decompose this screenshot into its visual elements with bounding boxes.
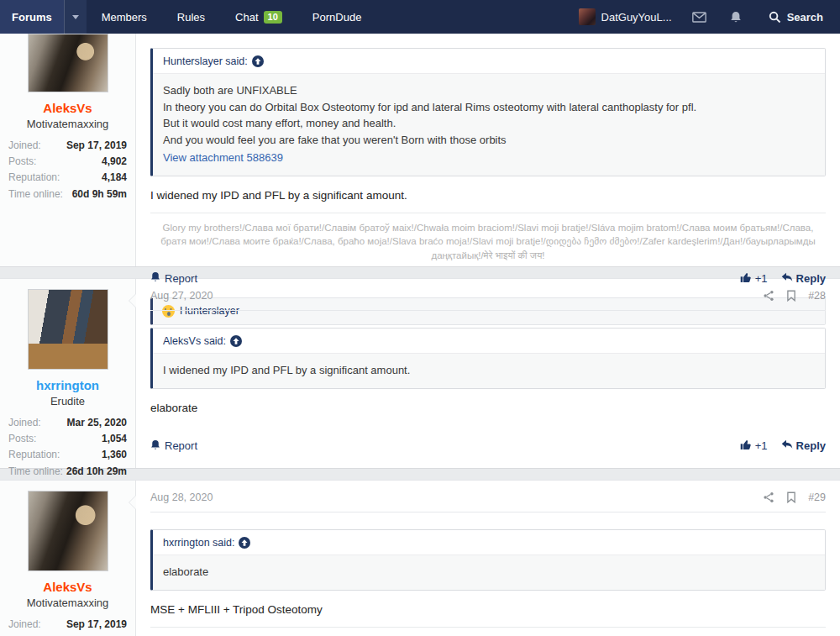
- post-meta-row: Aug 28, 2020 #29: [150, 488, 826, 512]
- post-meta-actions: #28: [763, 290, 826, 302]
- main-nav: Forums Members Rules Chat 10 PornDude: [0, 0, 376, 34]
- post-meta-actions: #29: [763, 491, 826, 503]
- username-link[interactable]: AleksVs: [8, 101, 127, 115]
- nav-tab-forums[interactable]: Forums: [0, 0, 64, 34]
- stat-value: 4,902: [102, 633, 127, 636]
- stat-value: 4,184: [102, 170, 127, 186]
- chevron-down-icon: [72, 15, 79, 19]
- quoted-message: Hunterslayer said: Sadly both are UNFIXA…: [150, 48, 826, 176]
- post-date-link[interactable]: Aug 28, 2020: [150, 491, 213, 503]
- user-signature: Glory my brothers!/Слава мої брати!/Слав…: [150, 213, 826, 263]
- post-footer: Report +1 Reply: [150, 430, 826, 460]
- go-to-post-icon: [239, 537, 250, 549]
- quote-body: Sadly both are UNFIXABLE In theory you c…: [153, 73, 825, 176]
- stat-label: Posts:: [8, 633, 36, 636]
- share-icon[interactable]: [763, 290, 774, 302]
- quote-body: elaborate: [153, 555, 825, 590]
- bell-icon: [730, 11, 742, 24]
- reply-label: Reply: [796, 439, 826, 452]
- post-content-cell: Aug 27, 2020 #28 AleksVs said: I widened…: [136, 279, 840, 468]
- search-label: Search: [787, 11, 823, 24]
- view-attachment-link[interactable]: View attachment 588639: [163, 150, 283, 166]
- quote-text: Sadly both are UNFIXABLE In theory you c…: [163, 84, 696, 146]
- quote-attribution-link[interactable]: Hunterslayer said:: [153, 49, 825, 73]
- stat-label: Joined:: [8, 138, 41, 154]
- user-info-cell: hxrrington Erudite Joined:Mar 25, 2020 P…: [0, 279, 136, 468]
- post-27: AleksVs Motivatemaxxing Joined:Sep 17, 2…: [0, 34, 840, 267]
- plus-one-label: +1: [755, 439, 768, 452]
- nav-tab-rules-label: Rules: [177, 11, 205, 24]
- stat-value: 4,902: [102, 154, 127, 170]
- stat-value: 26d 10h 29m: [66, 464, 127, 480]
- bookmark-icon[interactable]: [786, 290, 796, 302]
- stat-label: Joined:: [8, 617, 41, 633]
- post-content-cell: Hunterslayer said: Sadly both are UNFIXA…: [136, 34, 840, 266]
- user-title: Erudite: [8, 395, 127, 407]
- forums-menu-toggle[interactable]: [64, 0, 87, 34]
- reply-button[interactable]: Reply: [781, 439, 826, 452]
- go-to-post-icon: [252, 55, 264, 67]
- footer-actions: +1 Reply: [740, 439, 826, 453]
- account-menu[interactable]: DatGuyYouL...: [570, 8, 680, 25]
- post-date-link[interactable]: Aug 27, 2020: [150, 290, 213, 302]
- nav-tab-chat[interactable]: Chat 10: [220, 0, 297, 34]
- quoted-message: AleksVs said: I widened my IPD and PFL b…: [150, 328, 826, 389]
- stat-label: Time online:: [8, 187, 63, 202]
- stat-label: Reputation:: [8, 447, 60, 463]
- user-info-cell: AleksVs Motivatemaxxing Joined:Sep 17, 2…: [0, 481, 136, 636]
- plus-one-button[interactable]: +1: [740, 439, 768, 453]
- user-avatar: [579, 8, 596, 25]
- stat-value: 60d 9h 59m: [72, 187, 127, 202]
- quote-attribution-link[interactable]: AleksVs said:: [153, 329, 825, 353]
- nav-tab-rules[interactable]: Rules: [162, 0, 220, 34]
- stat-label: Posts:: [8, 154, 36, 170]
- avatar[interactable]: [28, 289, 108, 370]
- post-list: AleksVs Motivatemaxxing Joined:Sep 17, 2…: [0, 34, 840, 636]
- quote-author: Hunterslayer said:: [163, 55, 248, 67]
- top-navbar: Forums Members Rules Chat 10 PornDude Da: [0, 0, 840, 34]
- user-title: Motivatemaxxing: [8, 597, 127, 609]
- nav-tab-members[interactable]: Members: [87, 0, 162, 34]
- post-29: AleksVs Motivatemaxxing Joined:Sep 17, 2…: [0, 480, 840, 636]
- stat-value: Sep 17, 2019: [66, 617, 127, 633]
- quote-author: AleksVs said:: [163, 335, 226, 347]
- post-meta-row: Aug 27, 2020 #28: [150, 286, 826, 311]
- quoted-message: hxrrington said: elaborate: [150, 529, 826, 591]
- share-icon[interactable]: [763, 491, 774, 503]
- stat-label: Posts:: [8, 431, 36, 447]
- nav-tab-porndude[interactable]: PornDude: [297, 0, 377, 34]
- post-message: elaborate: [150, 402, 826, 414]
- inbox-button[interactable]: [680, 12, 718, 23]
- quote-text: I widened my IPD and PFL by a significan…: [163, 364, 410, 376]
- report-button[interactable]: Report: [150, 439, 197, 453]
- nav-tab-members-label: Members: [102, 11, 147, 24]
- user-stats: Joined:Sep 17, 2019 Posts:4,902: [8, 617, 127, 636]
- stat-value: Sep 17, 2019: [66, 138, 127, 154]
- reply-arrow-icon: [781, 439, 793, 452]
- go-to-post-icon: [230, 335, 242, 347]
- search-button[interactable]: Search: [753, 11, 828, 24]
- search-icon: [769, 11, 781, 24]
- stat-label: Reputation:: [8, 170, 60, 186]
- quote-body: I widened my IPD and PFL by a significan…: [153, 353, 825, 388]
- post-message: MSE + MFLIII + Tripod Osteotomy: [150, 603, 826, 616]
- post-number-link[interactable]: #29: [808, 491, 826, 503]
- stat-label: Time online:: [8, 464, 63, 480]
- account-username: DatGuyYouL...: [601, 11, 672, 24]
- username-link[interactable]: AleksVs: [8, 580, 127, 594]
- post-content-cell: Aug 28, 2020 #29 hxrrington said: elabor…: [136, 481, 840, 636]
- user-signature: Glory my brothers!/Слава мої брати!/Слав…: [150, 627, 826, 636]
- user-stats: Joined:Mar 25, 2020 Posts:1,054 Reputati…: [8, 415, 127, 480]
- alerts-button[interactable]: [718, 11, 753, 24]
- thumbs-up-icon: [740, 439, 752, 453]
- chat-count-badge: 10: [264, 11, 282, 24]
- avatar[interactable]: [28, 491, 108, 571]
- stat-value: 1,054: [102, 431, 127, 447]
- post-number-link[interactable]: #28: [808, 290, 826, 302]
- stat-label: Joined:: [8, 415, 41, 431]
- navbar-right: DatGuyYouL...: [570, 0, 840, 34]
- quote-attribution-link[interactable]: hxrrington said:: [153, 530, 825, 555]
- avatar[interactable]: [28, 34, 108, 92]
- bookmark-icon[interactable]: [786, 491, 796, 503]
- username-link[interactable]: hxrrington: [8, 378, 127, 392]
